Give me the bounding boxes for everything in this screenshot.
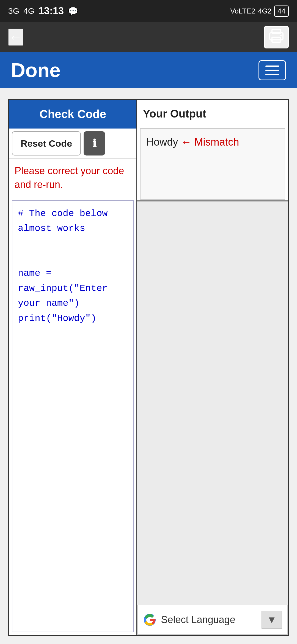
output-bottom-area [137, 201, 288, 605]
status-bar: 3G 4G 13:13 💬 VoLTE2 4G2 44 [0, 0, 297, 22]
print-button[interactable] [264, 26, 289, 48]
page-title: Done [11, 59, 61, 81]
select-language-label: Select Language [161, 614, 262, 626]
nav-bar: ← [0, 22, 297, 52]
menu-button[interactable] [258, 60, 286, 80]
svg-point-3 [280, 35, 282, 36]
menu-line-2 [265, 70, 279, 71]
status-time: 13:13 [38, 5, 64, 17]
output-arrow: ← Mismatc [181, 136, 233, 148]
back-button[interactable]: ← [8, 29, 23, 46]
google-g-icon [143, 613, 156, 626]
status-right: VoLTE2 4G2 44 [230, 6, 289, 17]
menu-line-1 [265, 66, 279, 67]
output-top-area: Howdy ← Mismatch [140, 128, 285, 200]
top-button-row: Check Code [9, 100, 136, 129]
select-language-arrow[interactable]: ▼ [262, 611, 282, 629]
reset-code-button[interactable]: Reset Code [12, 131, 81, 155]
battery-indicator: 44 [274, 6, 289, 17]
menu-line-3 [265, 74, 279, 75]
output-mismatch-text: h [233, 136, 239, 148]
code-editor[interactable]: # The code below almost works name = raw… [12, 200, 134, 632]
main-content: Check Code Reset Code ℹ Please correct y… [0, 88, 297, 644]
select-language-inner: Select Language [143, 613, 262, 626]
status-left: 3G 4G 13:13 💬 [8, 5, 78, 17]
network-4g: 4G [23, 6, 34, 16]
panel-container: Check Code Reset Code ℹ Please correct y… [8, 99, 289, 636]
network-4g2: 4G2 [258, 7, 271, 15]
select-language-bar[interactable]: Select Language ▼ [137, 605, 288, 635]
info-button[interactable]: ℹ [84, 131, 105, 155]
print-icon [269, 29, 284, 43]
error-message: Please correct your code and re-run. [9, 159, 136, 197]
bottom-button-row: Reset Code ℹ [9, 129, 136, 159]
lte-label: VoLTE2 [230, 7, 255, 15]
right-panel: Your Output Howdy ← Mismatch Select Lang… [137, 100, 288, 635]
check-code-button[interactable]: Check Code [9, 100, 136, 129]
left-panel: Check Code Reset Code ℹ Please correct y… [9, 100, 137, 635]
output-howdy-text: Howdy [146, 136, 178, 148]
whatsapp-icon: 💬 [68, 6, 78, 16]
network-3g: 3G [8, 6, 19, 16]
blue-header: Done [0, 52, 297, 88]
output-header: Your Output [137, 100, 288, 125]
